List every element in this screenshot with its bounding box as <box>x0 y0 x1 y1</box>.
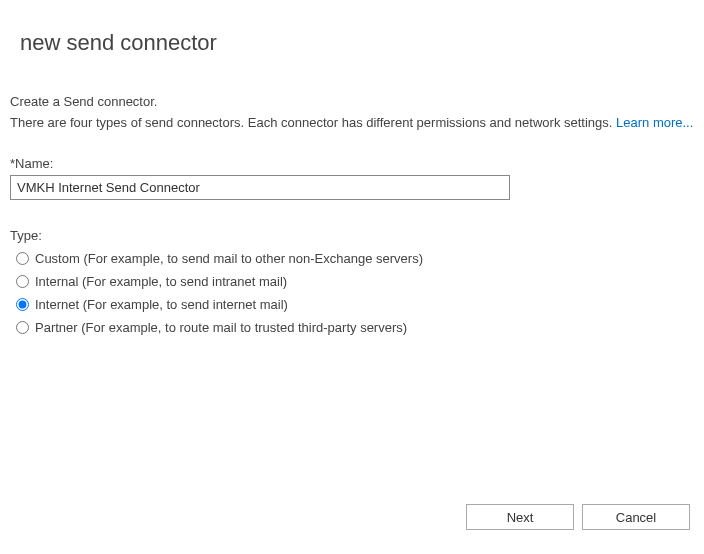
radio-label-internet[interactable]: Internet (For example, to send internet … <box>35 297 288 312</box>
radio-label-partner[interactable]: Partner (For example, to route mail to t… <box>35 320 407 335</box>
radio-label-custom[interactable]: Custom (For example, to send mail to oth… <box>35 251 423 266</box>
radio-row-partner: Partner (For example, to route mail to t… <box>16 320 694 335</box>
radio-label-internal[interactable]: Internal (For example, to send intranet … <box>35 274 287 289</box>
radio-row-custom: Custom (For example, to send mail to oth… <box>16 251 694 266</box>
type-label: Type: <box>10 228 694 243</box>
radio-internet[interactable] <box>16 298 29 311</box>
name-label: *Name: <box>10 156 694 171</box>
button-bar: Next Cancel <box>466 504 690 530</box>
next-button[interactable]: Next <box>466 504 574 530</box>
description-body: There are four types of send connectors.… <box>10 115 616 130</box>
radio-partner[interactable] <box>16 321 29 334</box>
radio-row-internal: Internal (For example, to send intranet … <box>16 274 694 289</box>
intro-text: Create a Send connector. <box>10 94 694 109</box>
description-text: There are four types of send connectors.… <box>10 115 694 132</box>
radio-row-internet: Internet (For example, to send internet … <box>16 297 694 312</box>
cancel-button[interactable]: Cancel <box>582 504 690 530</box>
radio-internal[interactable] <box>16 275 29 288</box>
type-radio-group: Custom (For example, to send mail to oth… <box>10 251 694 335</box>
radio-custom[interactable] <box>16 252 29 265</box>
learn-more-link[interactable]: Learn more... <box>616 115 693 130</box>
name-input[interactable] <box>10 175 510 200</box>
page-title: new send connector <box>20 30 694 56</box>
